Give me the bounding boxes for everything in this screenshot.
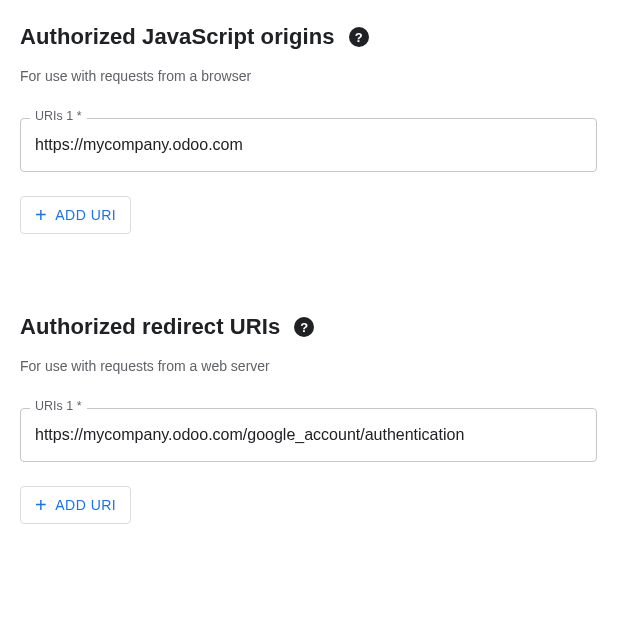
heading-row: Authorized redirect URIs ? — [20, 314, 597, 340]
redirects-heading: Authorized redirect URIs — [20, 314, 280, 340]
uri-field-label: URIs 1 * — [30, 109, 87, 123]
uri-field-wrap: URIs 1 * — [20, 408, 597, 462]
redirects-uri-input[interactable] — [20, 408, 597, 462]
help-icon[interactable]: ? — [294, 317, 314, 337]
add-uri-label: ADD URI — [55, 497, 116, 513]
add-uri-button[interactable]: + ADD URI — [20, 486, 131, 524]
uri-field-label: URIs 1 * — [30, 399, 87, 413]
add-uri-button[interactable]: + ADD URI — [20, 196, 131, 234]
plus-icon: + — [35, 205, 47, 225]
origins-subheading: For use with requests from a browser — [20, 68, 597, 84]
add-uri-label: ADD URI — [55, 207, 116, 223]
authorized-redirect-uris-section: Authorized redirect URIs ? For use with … — [20, 314, 597, 524]
redirects-subheading: For use with requests from a web server — [20, 358, 597, 374]
heading-row: Authorized JavaScript origins ? — [20, 24, 597, 50]
origins-heading: Authorized JavaScript origins — [20, 24, 335, 50]
plus-icon: + — [35, 495, 47, 515]
uri-field-wrap: URIs 1 * — [20, 118, 597, 172]
help-icon[interactable]: ? — [349, 27, 369, 47]
authorized-js-origins-section: Authorized JavaScript origins ? For use … — [20, 24, 597, 234]
origins-uri-input[interactable] — [20, 118, 597, 172]
